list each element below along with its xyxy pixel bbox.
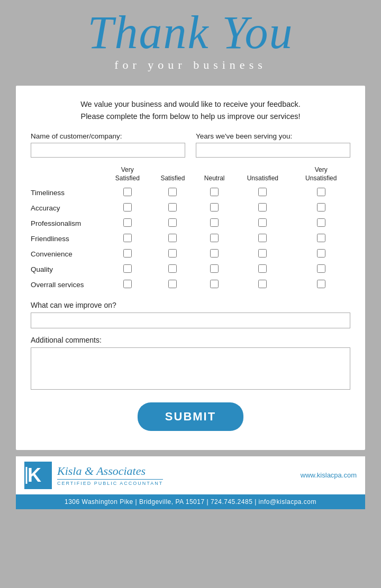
checkbox-cell[interactable]: [150, 200, 196, 216]
rating-checkbox[interactable]: [210, 203, 219, 212]
improve-input[interactable]: [31, 313, 350, 328]
col-header-neutral: Neutral: [195, 166, 233, 185]
rating-checkbox[interactable]: [258, 218, 267, 227]
rating-checkbox[interactable]: [317, 264, 325, 273]
rating-checkbox[interactable]: [210, 218, 219, 227]
table-row: Professionalism: [31, 216, 350, 231]
rating-checkbox[interactable]: [123, 188, 132, 196]
submit-button[interactable]: SUBMIT: [138, 402, 243, 431]
row-label-timeliness: Timeliness: [31, 185, 105, 200]
rating-checkbox[interactable]: [168, 188, 177, 196]
checkbox-cell[interactable]: [105, 185, 150, 200]
rating-checkbox[interactable]: [317, 249, 325, 258]
rating-checkbox[interactable]: [258, 249, 267, 258]
rating-checkbox[interactable]: [258, 203, 267, 212]
rating-checkbox[interactable]: [258, 188, 267, 196]
improve-section: What can we improve on?: [31, 301, 350, 328]
checkbox-cell[interactable]: [195, 231, 233, 246]
customer-input[interactable]: [31, 143, 185, 158]
row-label-accuracy: Accuracy: [31, 200, 105, 216]
checkbox-cell[interactable]: [105, 246, 150, 262]
rating-checkbox[interactable]: [168, 264, 177, 273]
checkbox-cell[interactable]: [233, 216, 292, 231]
col-header-very-satisfied: VerySatisfied: [105, 166, 150, 185]
svg-text:K: K: [28, 464, 41, 486]
rating-checkbox[interactable]: [258, 264, 267, 273]
checkbox-cell[interactable]: [292, 231, 350, 246]
rating-checkbox[interactable]: [123, 249, 132, 258]
intro-text: We value your business and would like to…: [31, 98, 350, 123]
rating-checkbox[interactable]: [123, 264, 132, 273]
logo-cpa-text: Certified Public Accountant: [57, 479, 163, 486]
rating-checkbox[interactable]: [317, 218, 325, 227]
rating-checkbox[interactable]: [317, 280, 325, 288]
checkbox-cell[interactable]: [233, 200, 292, 216]
col-header-very-unsatisfied: VeryUnsatisfied: [292, 166, 350, 185]
checkbox-cell[interactable]: [150, 262, 196, 277]
improve-label: What can we improve on?: [31, 301, 350, 309]
years-field-group: Years we've been serving you:: [196, 132, 350, 158]
customer-field-group: Name of customer/company:: [31, 132, 185, 158]
checkbox-cell[interactable]: [292, 185, 350, 200]
comments-label: Additional comments:: [31, 336, 350, 344]
table-row: Quality: [31, 262, 350, 277]
checkbox-cell[interactable]: [233, 246, 292, 262]
rating-checkbox[interactable]: [123, 203, 132, 212]
rating-checkbox[interactable]: [168, 249, 177, 258]
rating-checkbox[interactable]: [123, 218, 132, 227]
checkbox-cell[interactable]: [105, 262, 150, 277]
rating-checkbox[interactable]: [210, 249, 219, 258]
checkbox-cell[interactable]: [292, 262, 350, 277]
rating-checkbox[interactable]: [210, 264, 219, 273]
checkbox-cell[interactable]: [195, 216, 233, 231]
checkbox-cell[interactable]: [195, 246, 233, 262]
checkbox-cell[interactable]: [292, 246, 350, 262]
checkbox-cell[interactable]: [105, 216, 150, 231]
checkbox-cell[interactable]: [105, 277, 150, 292]
table-row: Overrall services: [31, 277, 350, 292]
checkbox-cell[interactable]: [292, 200, 350, 216]
checkbox-cell[interactable]: [150, 246, 196, 262]
checkbox-cell[interactable]: [195, 277, 233, 292]
rating-checkbox[interactable]: [168, 218, 177, 227]
rating-checkbox[interactable]: [168, 234, 177, 242]
checkbox-cell[interactable]: [233, 277, 292, 292]
checkbox-cell[interactable]: [105, 200, 150, 216]
submit-row: SUBMIT: [31, 402, 350, 431]
footer-section: K Kisla & Associates Certified Public Ac…: [16, 456, 365, 494]
years-input[interactable]: [196, 143, 350, 158]
rating-checkbox[interactable]: [210, 280, 219, 288]
row-label-quality: Quality: [31, 262, 105, 277]
table-row: Convenience: [31, 246, 350, 262]
checkbox-cell[interactable]: [233, 231, 292, 246]
checkbox-cell[interactable]: [195, 185, 233, 200]
checkbox-cell[interactable]: [195, 262, 233, 277]
rating-checkbox[interactable]: [258, 234, 267, 242]
rating-checkbox[interactable]: [317, 203, 325, 212]
row-label-friendliness: Friendliness: [31, 231, 105, 246]
logo-area: K Kisla & Associates Certified Public Ac…: [24, 462, 163, 489]
checkbox-cell[interactable]: [292, 216, 350, 231]
checkbox-cell[interactable]: [105, 231, 150, 246]
rating-checkbox[interactable]: [210, 234, 219, 242]
rating-checkbox[interactable]: [317, 188, 325, 196]
rating-checkbox[interactable]: [210, 188, 219, 196]
rating-checkbox[interactable]: [168, 280, 177, 288]
checkbox-cell[interactable]: [233, 262, 292, 277]
checkbox-cell[interactable]: [150, 216, 196, 231]
checkbox-cell[interactable]: [150, 277, 196, 292]
rating-checkbox[interactable]: [123, 280, 132, 288]
checkbox-cell[interactable]: [233, 185, 292, 200]
rating-checkbox[interactable]: [317, 234, 325, 242]
rating-checkbox[interactable]: [168, 203, 177, 212]
table-row: Timeliness: [31, 185, 350, 200]
checkbox-cell[interactable]: [150, 231, 196, 246]
intro-line1: We value your business and would like to…: [80, 100, 301, 108]
checkbox-cell[interactable]: [292, 277, 350, 292]
rating-checkbox[interactable]: [258, 280, 267, 288]
checkbox-cell[interactable]: [150, 185, 196, 200]
header: Thank You for your business: [0, 0, 381, 86]
rating-checkbox[interactable]: [123, 234, 132, 242]
checkbox-cell[interactable]: [195, 200, 233, 216]
comments-textarea[interactable]: [31, 347, 350, 390]
